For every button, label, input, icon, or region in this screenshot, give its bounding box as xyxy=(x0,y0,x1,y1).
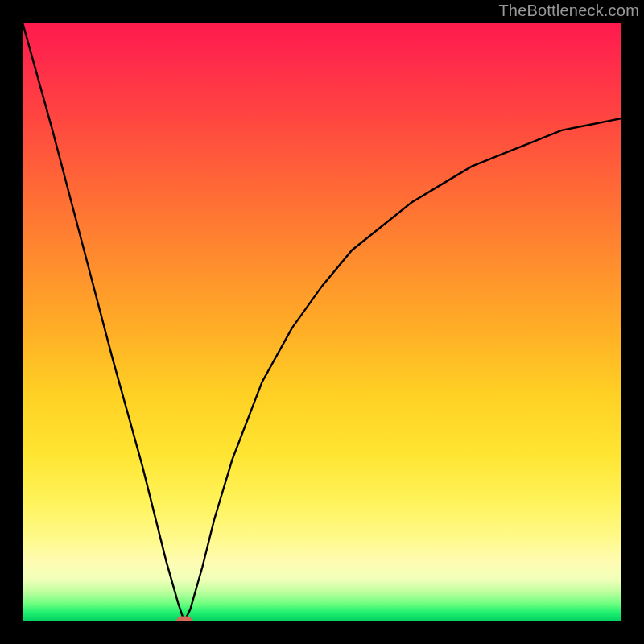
chart-frame: TheBottleneck.com xyxy=(0,0,644,644)
watermark-text: TheBottleneck.com xyxy=(498,2,639,20)
curve-layer xyxy=(23,23,621,621)
plot-area xyxy=(23,23,621,621)
optimum-marker xyxy=(176,617,192,622)
bottleneck-curve xyxy=(23,23,621,621)
